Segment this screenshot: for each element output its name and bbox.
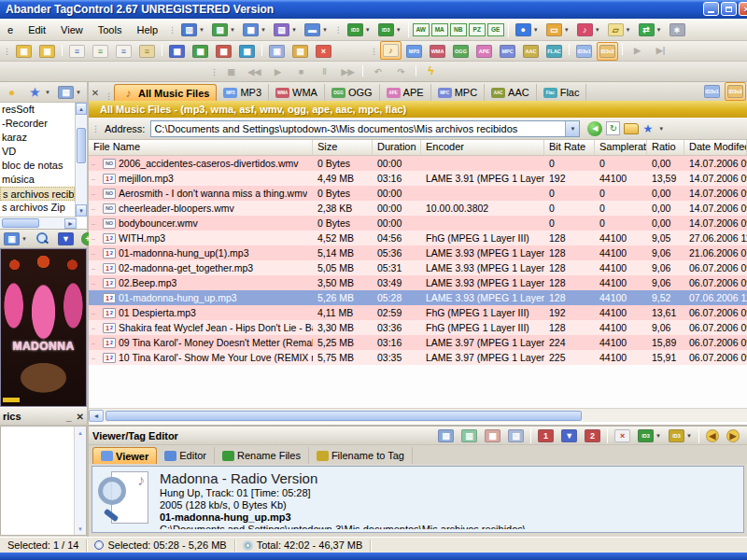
column-header[interactable]: Duration <box>373 140 421 155</box>
file-row[interactable]: –1202-madonna-get_together.mp35,05 MB05:… <box>89 260 747 275</box>
delete-button[interactable]: × <box>313 42 334 61</box>
wma-button[interactable]: WMA <box>427 42 448 61</box>
file-row[interactable]: –1201-madonna-hung_up.mp35,26 MB05:28LAM… <box>89 290 747 305</box>
dropdown-arrow-icon[interactable]: ▼ <box>230 27 235 33</box>
file-row[interactable]: –12mejillon.mp34,49 MB03:16LAME 3.91 (MP… <box>89 171 747 186</box>
menu-tools[interactable]: Tools <box>91 22 130 37</box>
file-row[interactable]: –1201-madonna-hung_up(1).mp35,14 MB05:36… <box>89 245 747 260</box>
lyrics-scrollbar[interactable]: ▲ ▼ <box>74 427 86 535</box>
sidebar-folder-item[interactable]: -Recorder <box>0 117 75 131</box>
save-id3v1-button[interactable]: 1 <box>535 427 557 445</box>
dropdown-arrow-icon[interactable]: ▼ <box>365 27 371 33</box>
list-view-button[interactable]: ▦▼ <box>240 21 269 39</box>
column-header[interactable]: Samplerate <box>595 140 647 155</box>
tag-v1-tools-button[interactable]: ID3▼ <box>345 21 374 39</box>
flac-button[interactable]: FLAC <box>543 42 565 61</box>
paste-button[interactable]: ▤ <box>289 42 311 61</box>
notepad-1-button[interactable]: ≡ <box>66 42 88 61</box>
web-service-aw-button[interactable]: AW <box>413 23 430 36</box>
layout-3-button[interactable]: ▦ <box>482 427 503 445</box>
file-row[interactable]: –NO2006_accidentes-caseros-divertidos.wm… <box>89 156 747 171</box>
address-input[interactable] <box>151 121 565 136</box>
toolbar-grip[interactable]: ⋮ <box>165 25 177 35</box>
folder-scrollbar[interactable]: ▲ ▼ <box>75 103 87 217</box>
viewer-tab-editor[interactable]: Editor <box>157 447 215 464</box>
folder-hscrollbar[interactable]: ► <box>0 217 77 229</box>
dropdown-arrow-icon[interactable]: ▼ <box>658 126 664 132</box>
toolbar-grip[interactable]: ⋮ <box>367 47 379 56</box>
panels-view-button[interactable]: ▬▼ <box>302 21 331 39</box>
scroll-up-icon[interactable]: ▲ <box>75 427 86 439</box>
sidebar-folder-item[interactable]: s archivos Zip <box>0 201 75 215</box>
notepad-3-button[interactable]: ≡ <box>113 42 134 61</box>
scroll-thumb[interactable] <box>77 128 86 163</box>
dropdown-arrow-icon[interactable]: ▼ <box>655 433 661 439</box>
favorites-star-icon[interactable]: ★ <box>642 122 653 135</box>
dropdown-arrow-icon[interactable]: ▼ <box>199 27 204 33</box>
copy-tags-b-button[interactable]: ▣ <box>36 42 58 61</box>
sidebar-folder-item[interactable]: s archivos recibidos <box>0 187 75 201</box>
quick-save-button[interactable]: ϟ <box>420 62 442 80</box>
copy-button[interactable]: ▣ <box>266 42 288 61</box>
id3v1-view-button[interactable]: ID3v1 <box>701 82 723 101</box>
grid-green-button[interactable]: ▦ <box>190 42 211 61</box>
minimize-button[interactable] <box>703 2 719 16</box>
tab-ogg[interactable]: OGGOGG <box>325 84 380 101</box>
file-row[interactable]: –12Shakira feat Wyclef Jean - Hips Don't… <box>89 320 747 335</box>
notepad-2-button[interactable]: ≡ <box>90 42 111 61</box>
grid-red-button[interactable]: ▦ <box>213 42 234 61</box>
column-header[interactable]: Date Modifed <box>684 140 747 155</box>
folder-views-button[interactable]: ▤▼ <box>55 83 84 102</box>
file-row[interactable]: –12WITH.mp34,52 MB04:56FhG (MPEG 1 Layer… <box>89 231 747 245</box>
tag-v2-tools-button[interactable]: ID3▼ <box>375 21 404 39</box>
file-row[interactable]: –1202.Beep.mp33,50 MB03:49LAME 3.93 (MPE… <box>89 275 747 290</box>
art-menu-button[interactable]: ▣▼ <box>1 230 30 248</box>
file-convert-button[interactable]: ⇄▼ <box>636 21 665 39</box>
menu-file-partial[interactable]: e <box>0 22 21 37</box>
dropdown-arrow-icon[interactable]: ▼ <box>291 27 297 33</box>
scroll-down-icon[interactable]: ▼ <box>75 523 86 535</box>
viewer-tab-viewer[interactable]: Viewer <box>92 447 157 464</box>
mp3-button[interactable]: MP3 <box>403 42 425 61</box>
scroll-thumb[interactable] <box>2 218 39 228</box>
column-header[interactable]: Size <box>313 140 373 155</box>
prev-file-button[interactable]: ◀ <box>703 427 722 445</box>
address-dropdown-icon[interactable]: ▼ <box>565 121 579 136</box>
music-tools-button[interactable]: ♪▼ <box>574 21 603 39</box>
file-row[interactable]: –1209 Tina Karol'- Money Doesn't Metter … <box>89 335 747 350</box>
scroll-up-icon[interactable]: ▲ <box>76 103 87 115</box>
grid-cyan-button[interactable]: ▦ <box>236 42 258 61</box>
tab-mpc[interactable]: MPCMPC <box>431 84 485 101</box>
file-row[interactable]: –1210 Tina Karol'- Show Me Your Love (RE… <box>89 350 747 365</box>
sidebar-folder-item[interactable]: música <box>0 173 75 187</box>
copy-v1-menu-button[interactable]: ID3▼ <box>635 427 664 445</box>
web-service-ge-button[interactable]: GE <box>487 23 504 36</box>
dropdown-arrow-icon[interactable]: ▼ <box>45 90 50 95</box>
details-view-button[interactable]: ▧▼ <box>271 21 300 39</box>
column-header[interactable]: Encoder <box>421 140 544 155</box>
dropdown-arrow-icon[interactable]: ▼ <box>396 27 402 33</box>
layout-1-button[interactable]: ▤ <box>435 427 457 445</box>
scroll-down-icon[interactable]: ▼ <box>76 204 87 217</box>
tree-view-button[interactable]: ▤▼ <box>209 21 238 39</box>
viewer-tab-rename-files[interactable]: Rename Files <box>215 447 309 464</box>
copy-v2-menu-button[interactable]: ID3▼ <box>666 427 695 445</box>
column-header[interactable]: Bit Rate <box>544 140 595 155</box>
toolbar-grip[interactable]: ⋮ <box>0 47 12 56</box>
art-save-button[interactable]: ▼ <box>55 230 77 248</box>
lyrics-minimize-button[interactable]: _ <box>66 412 72 422</box>
file-row[interactable]: –1201 Despierta.mp34,11 MB02:59FhG (MPEG… <box>89 305 747 320</box>
history-button[interactable]: ● <box>1 83 22 102</box>
next-file-button[interactable]: ▶ <box>724 427 742 445</box>
id3v2-view-button[interactable]: ID3v2 <box>725 82 746 101</box>
restore-button[interactable] <box>721 2 737 16</box>
tab-wma[interactable]: WMAWMA <box>269 84 325 101</box>
file-row[interactable]: –NOAerosmith - I don't wanna miss a thin… <box>89 186 747 201</box>
folder-organize-button[interactable]: ▭▼ <box>543 21 572 39</box>
dropdown-arrow-icon[interactable]: ▼ <box>322 27 328 33</box>
ape-button[interactable]: APE <box>473 42 495 61</box>
dropdown-arrow-icon[interactable]: ▼ <box>261 27 266 33</box>
dropdown-arrow-icon[interactable]: ▼ <box>76 90 81 95</box>
all-music-button[interactable]: ♪ <box>380 41 402 60</box>
tab-flac[interactable]: FlacFlac <box>537 84 587 101</box>
